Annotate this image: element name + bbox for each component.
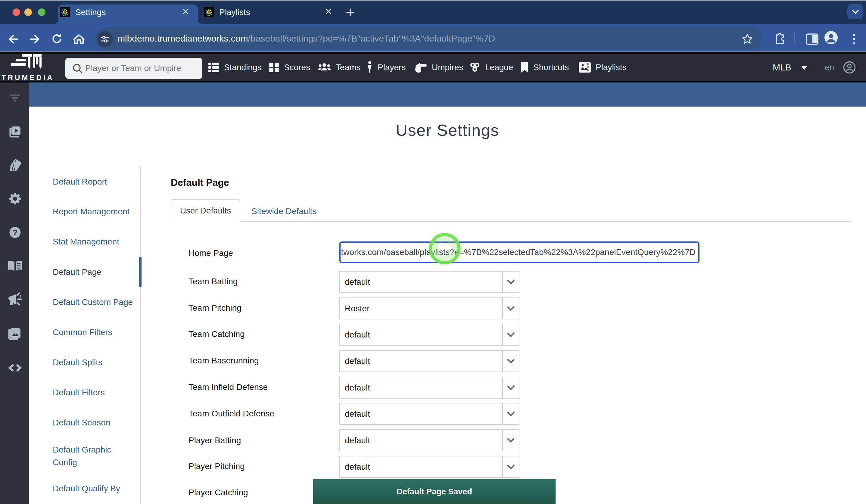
svg-text:?: ? <box>13 228 18 237</box>
